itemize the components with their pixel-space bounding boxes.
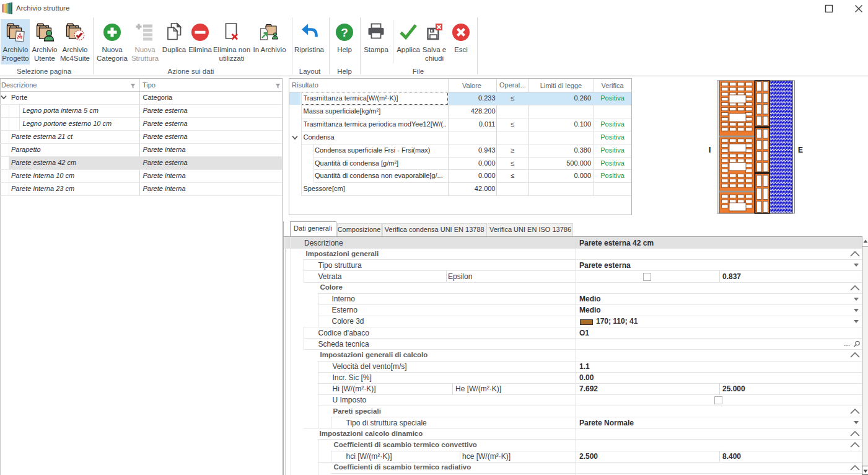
- svg-text:?: ?: [341, 26, 348, 39]
